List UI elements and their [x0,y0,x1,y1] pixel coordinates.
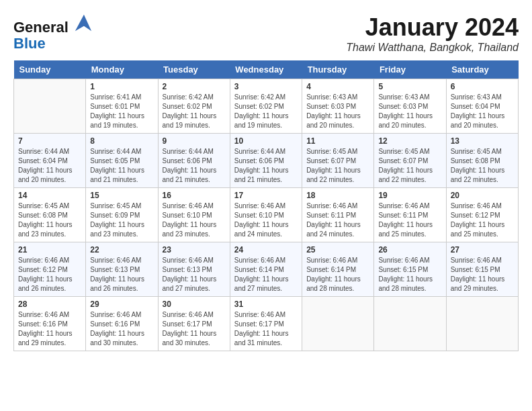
day-number: 20 [451,191,514,200]
calendar-table: SundayMondayTuesdayWednesdayThursdayFrid… [13,60,519,351]
week-row-2: 7Sunrise: 6:44 AM Sunset: 6:04 PM Daylig… [14,134,519,188]
day-cell [302,297,374,351]
day-number: 19 [378,191,441,200]
day-cell: 19Sunrise: 6:46 AM Sunset: 6:11 PM Dayli… [374,188,446,242]
weekday-header-saturday: Saturday [446,60,518,79]
day-cell: 30Sunrise: 6:46 AM Sunset: 6:17 PM Dayli… [158,297,230,351]
weekday-header-thursday: Thursday [302,60,374,79]
day-info: Sunrise: 6:46 AM Sunset: 6:15 PM Dayligh… [378,256,441,293]
weekday-header-monday: Monday [86,60,158,79]
day-info: Sunrise: 6:46 AM Sunset: 6:15 PM Dayligh… [451,256,514,293]
day-info: Sunrise: 6:46 AM Sunset: 6:12 PM Dayligh… [18,256,81,293]
weekday-header-tuesday: Tuesday [158,60,230,79]
logo-arrow-icon [74,13,93,32]
svg-marker-0 [75,15,91,31]
day-number: 16 [163,191,226,200]
day-info: Sunrise: 6:42 AM Sunset: 6:02 PM Dayligh… [163,93,226,130]
week-row-4: 21Sunrise: 6:46 AM Sunset: 6:12 PM Dayli… [14,242,519,297]
page-header: General Blue January 2024 Thawi Watthana… [13,13,519,54]
day-cell: 8Sunrise: 6:44 AM Sunset: 6:05 PM Daylig… [86,134,158,188]
week-row-5: 28Sunrise: 6:46 AM Sunset: 6:16 PM Dayli… [14,297,519,351]
day-number: 21 [18,245,81,255]
day-info: Sunrise: 6:45 AM Sunset: 6:08 PM Dayligh… [451,147,514,185]
day-cell: 7Sunrise: 6:44 AM Sunset: 6:04 PM Daylig… [14,134,86,188]
day-number: 17 [234,191,298,200]
day-cell: 18Sunrise: 6:46 AM Sunset: 6:11 PM Dayli… [302,188,374,242]
day-number: 25 [306,245,369,255]
day-info: Sunrise: 6:43 AM Sunset: 6:04 PM Dayligh… [451,93,514,130]
day-cell: 24Sunrise: 6:46 AM Sunset: 6:14 PM Dayli… [230,242,302,297]
day-cell: 4Sunrise: 6:43 AM Sunset: 6:03 PM Daylig… [302,79,374,134]
day-number: 4 [306,82,369,91]
day-info: Sunrise: 6:43 AM Sunset: 6:03 PM Dayligh… [306,93,369,130]
logo: General Blue [13,13,93,52]
day-cell: 28Sunrise: 6:46 AM Sunset: 6:16 PM Dayli… [14,297,86,351]
day-cell: 21Sunrise: 6:46 AM Sunset: 6:12 PM Dayli… [14,242,86,297]
day-info: Sunrise: 6:46 AM Sunset: 6:11 PM Dayligh… [306,201,369,239]
day-cell: 22Sunrise: 6:46 AM Sunset: 6:13 PM Dayli… [86,242,158,297]
logo-blue: Blue [13,35,46,52]
day-number: 26 [378,245,441,255]
day-info: Sunrise: 6:42 AM Sunset: 6:02 PM Dayligh… [234,93,298,130]
day-cell: 25Sunrise: 6:46 AM Sunset: 6:14 PM Dayli… [302,242,374,297]
day-number: 27 [451,245,514,255]
day-cell: 29Sunrise: 6:46 AM Sunset: 6:16 PM Dayli… [86,297,158,351]
title-section: January 2024 Thawi Watthana, Bangkok, Th… [346,13,519,54]
day-number: 24 [234,245,298,255]
day-number: 15 [90,191,153,200]
day-cell [374,297,446,351]
weekday-header-friday: Friday [374,60,446,79]
day-number: 3 [234,82,298,91]
day-number: 6 [451,82,514,91]
day-info: Sunrise: 6:46 AM Sunset: 6:11 PM Dayligh… [378,201,441,239]
day-cell: 1Sunrise: 6:41 AM Sunset: 6:01 PM Daylig… [86,79,158,134]
day-info: Sunrise: 6:41 AM Sunset: 6:01 PM Dayligh… [90,93,153,130]
day-info: Sunrise: 6:46 AM Sunset: 6:14 PM Dayligh… [234,256,298,293]
day-cell: 13Sunrise: 6:45 AM Sunset: 6:08 PM Dayli… [446,134,518,188]
day-cell: 16Sunrise: 6:46 AM Sunset: 6:10 PM Dayli… [158,188,230,242]
day-info: Sunrise: 6:45 AM Sunset: 6:07 PM Dayligh… [306,147,369,185]
day-info: Sunrise: 6:44 AM Sunset: 6:06 PM Dayligh… [163,147,226,185]
weekday-header-sunday: Sunday [14,60,86,79]
day-cell: 17Sunrise: 6:46 AM Sunset: 6:10 PM Dayli… [230,188,302,242]
day-number: 13 [451,136,514,146]
day-cell: 5Sunrise: 6:43 AM Sunset: 6:03 PM Daylig… [374,79,446,134]
day-info: Sunrise: 6:45 AM Sunset: 6:09 PM Dayligh… [90,201,153,239]
day-info: Sunrise: 6:46 AM Sunset: 6:17 PM Dayligh… [234,310,298,348]
day-info: Sunrise: 6:45 AM Sunset: 6:07 PM Dayligh… [378,147,441,185]
month-title: January 2024 [346,13,519,42]
day-number: 1 [90,82,153,91]
day-cell: 2Sunrise: 6:42 AM Sunset: 6:02 PM Daylig… [158,79,230,134]
day-cell: 6Sunrise: 6:43 AM Sunset: 6:04 PM Daylig… [446,79,518,134]
day-number: 18 [306,191,369,200]
day-cell: 27Sunrise: 6:46 AM Sunset: 6:15 PM Dayli… [446,242,518,297]
day-cell: 23Sunrise: 6:46 AM Sunset: 6:13 PM Dayli… [158,242,230,297]
day-cell: 20Sunrise: 6:46 AM Sunset: 6:12 PM Dayli… [446,188,518,242]
day-number: 2 [163,82,226,91]
day-info: Sunrise: 6:46 AM Sunset: 6:17 PM Dayligh… [163,310,226,348]
day-number: 14 [18,191,81,200]
weekday-header-row: SundayMondayTuesdayWednesdayThursdayFrid… [14,60,519,79]
day-cell: 15Sunrise: 6:45 AM Sunset: 6:09 PM Dayli… [86,188,158,242]
day-cell: 3Sunrise: 6:42 AM Sunset: 6:02 PM Daylig… [230,79,302,134]
week-row-3: 14Sunrise: 6:45 AM Sunset: 6:08 PM Dayli… [14,188,519,242]
day-cell [446,297,518,351]
day-info: Sunrise: 6:46 AM Sunset: 6:16 PM Dayligh… [18,310,81,348]
day-number: 29 [90,300,153,309]
day-number: 7 [18,136,81,146]
day-info: Sunrise: 6:46 AM Sunset: 6:14 PM Dayligh… [306,256,369,293]
day-number: 30 [163,300,226,309]
day-info: Sunrise: 6:46 AM Sunset: 6:16 PM Dayligh… [90,310,153,348]
day-number: 28 [18,300,81,309]
weekday-header-wednesday: Wednesday [230,60,302,79]
day-cell: 11Sunrise: 6:45 AM Sunset: 6:07 PM Dayli… [302,134,374,188]
day-info: Sunrise: 6:46 AM Sunset: 6:10 PM Dayligh… [234,201,298,239]
day-number: 22 [90,245,153,255]
day-number: 12 [378,136,441,146]
day-number: 31 [234,300,298,309]
day-info: Sunrise: 6:46 AM Sunset: 6:12 PM Dayligh… [451,201,514,239]
day-number: 10 [234,136,298,146]
day-cell: 14Sunrise: 6:45 AM Sunset: 6:08 PM Dayli… [14,188,86,242]
day-number: 9 [163,136,226,146]
day-info: Sunrise: 6:45 AM Sunset: 6:08 PM Dayligh… [18,201,81,239]
